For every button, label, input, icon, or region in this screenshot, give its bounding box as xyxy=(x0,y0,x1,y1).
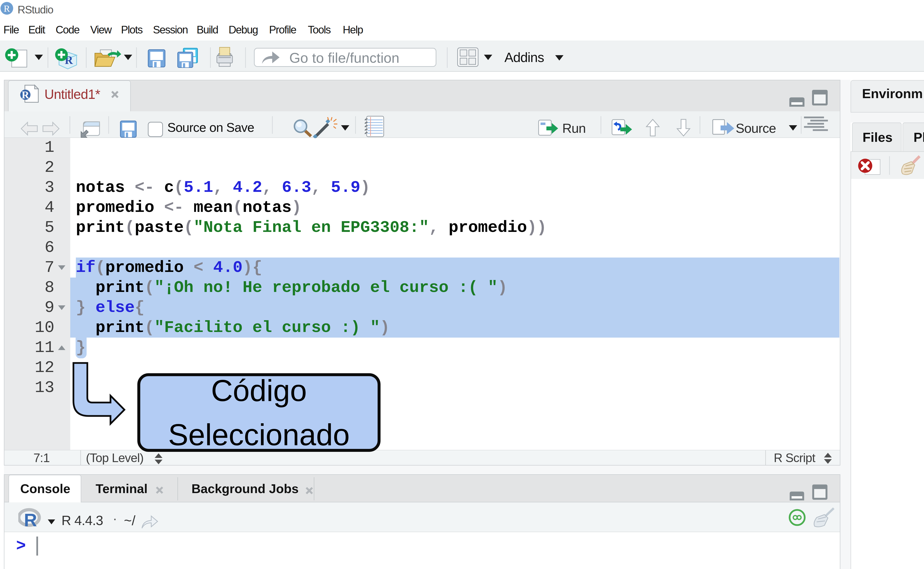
svg-text:R: R xyxy=(24,510,37,529)
svg-text:R: R xyxy=(22,89,29,100)
svg-text:R: R xyxy=(4,3,10,14)
